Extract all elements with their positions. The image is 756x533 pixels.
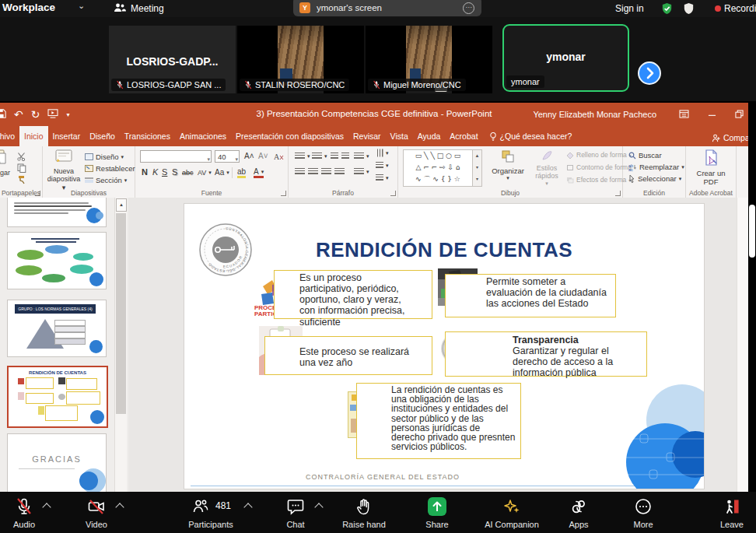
account-user-name[interactable]: Yenny Elizabeth Monar Pacheco xyxy=(533,110,656,119)
relleno-forma-button[interactable]: Relleno de forma▾ xyxy=(566,151,632,159)
columns-button[interactable]: ▾ xyxy=(354,168,369,175)
slide-thumbnail-4-selected[interactable]: RENDICIÓN DE CUENTAS xyxy=(7,366,108,428)
slide-title[interactable]: RENDICIÓN DE CUENTAS xyxy=(184,238,704,262)
slide-thumbnail-2[interactable] xyxy=(7,232,107,289)
tab-insertar[interactable]: Insertar xyxy=(48,126,86,146)
strikethrough-button[interactable]: abc xyxy=(182,169,194,177)
italic-button[interactable]: K xyxy=(152,167,158,177)
undo-button[interactable]: ↶ xyxy=(14,108,23,121)
slide-canvas[interactable]: CONTRALORÍA GENERAL DEL ESTADO ECUADOR R… xyxy=(184,204,704,489)
shield-icon[interactable] xyxy=(682,2,695,19)
nueva-diapositiva-button[interactable]: Nueva diapositiva ▾ xyxy=(46,149,82,191)
tab-inicio[interactable]: Inicio xyxy=(19,126,48,146)
minimize-button[interactable] xyxy=(708,107,716,121)
ribbon-display-options-button[interactable] xyxy=(679,107,689,121)
more-button[interactable]: More xyxy=(620,492,667,533)
tab-transiciones[interactable]: Transiciones xyxy=(120,126,175,146)
screen-share-indicator[interactable]: Y ymonar's screen ⋯ xyxy=(293,0,481,16)
reemplazar-button[interactable]: abacReemplazar▾ xyxy=(628,163,684,171)
font-color-button[interactable]: A▾ xyxy=(254,167,264,178)
video-options-chevron[interactable] xyxy=(115,503,124,511)
sign-in-button[interactable]: Sign in xyxy=(615,3,644,14)
portapapeles-dialog-launcher[interactable] xyxy=(35,191,40,196)
shape-gallery[interactable]: ▭ ╲ ╲ □ ○ ▭ △ ⌐ ⌐ ⇨ ⇩ ⌂ ∿ ⌒ ∿ { } ☆ xyxy=(403,149,473,187)
tell-me-box[interactable]: ¿Qué desea hacer? xyxy=(483,126,579,146)
share-screen-button[interactable]: Share xyxy=(412,492,462,533)
participants-options-chevron[interactable] xyxy=(243,503,252,511)
align-right-button[interactable] xyxy=(321,168,331,175)
font-name-combo[interactable]: ▾ xyxy=(140,150,212,163)
text-direction-button[interactable]: ▾ xyxy=(376,149,389,156)
slide-thumbnail-5[interactable]: GRACIAS xyxy=(7,433,107,492)
participant-tile-ymonar-active-speaker[interactable]: ymonar ymonar xyxy=(502,24,629,92)
right-edge-scrollbar[interactable] xyxy=(749,205,755,258)
raise-hand-button[interactable]: Raise hand xyxy=(327,492,401,533)
workspace-chevron-down-icon[interactable]: ⌄ xyxy=(78,1,85,11)
diseno-button[interactable]: Diseño▾ xyxy=(85,153,124,161)
restablecer-button[interactable]: Restablecer xyxy=(85,164,135,173)
video-button[interactable]: Video xyxy=(73,492,120,533)
scrollbar-thumb[interactable] xyxy=(116,213,126,414)
decrease-indent-button[interactable] xyxy=(331,153,338,160)
slide-textbox-1[interactable]: Es un proceso participativo, periódico, … xyxy=(274,270,432,319)
seleccionar-button[interactable]: Seleccionar▾ xyxy=(628,174,681,183)
tab-animaciones[interactable]: Animaciones xyxy=(175,126,231,146)
text-shadow-button[interactable]: S xyxy=(172,167,177,177)
smartart-convert-button[interactable]: ▾ xyxy=(376,174,389,181)
grow-font-button[interactable]: A˄ xyxy=(244,152,254,160)
participant-tile-losrios[interactable]: LOSRIOS-GADP... LOSRIOS-GADP SAN ... xyxy=(109,26,236,93)
font-size-combo[interactable]: 40▾ xyxy=(215,150,240,163)
tab-acrobat[interactable]: Acrobat xyxy=(445,126,482,146)
clear-formatting-icon[interactable]: A xyxy=(274,151,284,165)
align-text-button[interactable]: ▾ xyxy=(376,162,389,169)
highlight-color-button[interactable]: ab xyxy=(237,167,246,178)
tab-vista[interactable]: Vista xyxy=(386,126,413,146)
slide-thumbnail-1[interactable] xyxy=(7,198,107,227)
participant-tile-stalin[interactable]: STALIN ROSERO/CNC xyxy=(237,26,364,93)
next-page-arrow-button[interactable] xyxy=(638,61,661,85)
tab-archivo[interactable]: Archivo xyxy=(0,126,19,146)
slide-textbox-3[interactable]: Este proceso se realizará una vez año xyxy=(264,336,432,375)
estilos-rapidos-button[interactable]: Estilos rápidos ▾ xyxy=(530,149,563,187)
customize-qat-chevron-icon[interactable]: ▾ xyxy=(66,111,69,118)
bullets-button[interactable]: ▾ xyxy=(295,153,310,160)
efectos-forma-button[interactable]: Efectos de forma▾ xyxy=(566,176,631,184)
tab-presentacion[interactable]: Presentación con diapositivas xyxy=(231,126,348,146)
thumbnail-scrollbar[interactable]: ▲ xyxy=(114,198,127,492)
participant-tile-miguel[interactable]: Miguel Moreno/CNC xyxy=(366,26,492,93)
justify-button[interactable] xyxy=(334,168,345,175)
share-options-ellipsis-icon[interactable]: ⋯ xyxy=(463,2,474,14)
line-spacing-button[interactable]: ▾ xyxy=(354,153,369,160)
ai-companion-button[interactable]: AI Companion xyxy=(471,492,553,533)
tab-revisar[interactable]: Revisar xyxy=(348,126,386,146)
save-button[interactable] xyxy=(0,108,6,121)
fuente-dialog-launcher[interactable] xyxy=(281,191,286,196)
start-slideshow-button[interactable] xyxy=(47,108,58,121)
slide-textbox-2[interactable]: Permite someter a evaluación de la ciuda… xyxy=(445,274,616,317)
security-shield-check-icon[interactable] xyxy=(660,2,674,19)
parrafo-dialog-launcher[interactable] xyxy=(390,191,396,196)
slide-area-scrollbar[interactable] xyxy=(737,198,748,492)
leave-button[interactable]: Leave xyxy=(706,492,756,533)
chat-options-chevron[interactable] xyxy=(314,503,323,511)
chat-button[interactable]: Chat xyxy=(271,492,320,533)
shape-gallery-scroll[interactable]: ▲ ▾ ▾ xyxy=(472,149,482,187)
slide-thumbnail-3[interactable]: GRUPO : LOS NORMAS GENERALES (4) xyxy=(7,300,107,357)
scroll-up-arrow[interactable]: ▲ xyxy=(116,198,127,212)
change-case-button[interactable]: Aa▾ xyxy=(215,168,229,177)
redo-button[interactable]: ↻ xyxy=(31,108,40,121)
slide-textbox-5[interactable]: La rendición de cuentas es una obligació… xyxy=(356,383,521,459)
compartir-button[interactable]: Compartir xyxy=(712,133,748,142)
participants-button[interactable]: 481 Participants xyxy=(175,492,247,533)
meeting-tab[interactable]: Meeting xyxy=(131,3,164,14)
restore-button[interactable] xyxy=(735,107,744,121)
increase-indent-button[interactable] xyxy=(341,153,349,160)
format-painter-icon[interactable] xyxy=(17,174,27,188)
apps-button[interactable]: Apps xyxy=(555,492,602,533)
organizar-button[interactable]: Organizar ▾ xyxy=(488,149,527,181)
shrink-font-button[interactable]: A˅ xyxy=(258,152,268,160)
align-center-button[interactable] xyxy=(308,168,318,175)
crear-pdf-button[interactable]: Crear un PDF xyxy=(686,149,736,187)
numbering-button[interactable]: ▾ xyxy=(312,153,327,160)
workspace-menu[interactable]: Workplace xyxy=(2,2,55,13)
